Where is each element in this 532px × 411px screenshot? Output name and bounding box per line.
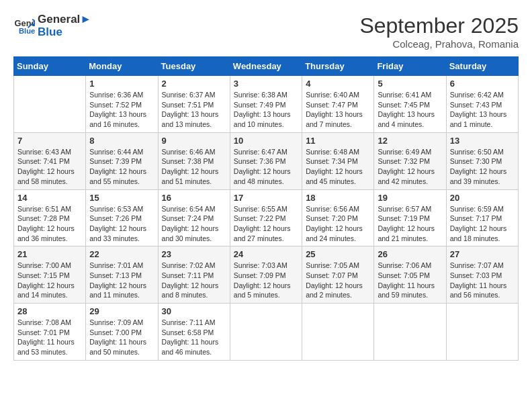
table-row: 25Sunrise: 7:05 AMSunset: 7:07 PMDayligh… xyxy=(302,246,374,304)
info-line: Sunrise: 6:40 AM xyxy=(306,91,359,99)
info-line: Sunset: 7:38 PM xyxy=(162,157,214,165)
info-line: Sunrise: 6:38 AM xyxy=(234,91,287,99)
table-row: 18Sunrise: 6:56 AMSunset: 7:20 PMDayligh… xyxy=(302,189,374,246)
location-subtitle: Colceag, Prahova, Romania xyxy=(359,38,519,50)
table-row: 2Sunrise: 6:37 AMSunset: 7:51 PMDaylight… xyxy=(158,76,230,133)
header-friday: Friday xyxy=(374,57,446,76)
day-number: 20 xyxy=(450,193,515,203)
info-line: Daylight: 12 hours xyxy=(162,224,219,232)
cell-info: Sunrise: 6:38 AMSunset: 7:49 PMDaylight:… xyxy=(234,90,298,130)
cell-info: Sunrise: 7:08 AMSunset: 7:01 PMDaylight:… xyxy=(17,318,82,357)
cell-info: Sunrise: 6:59 AMSunset: 7:17 PMDaylight:… xyxy=(450,204,515,244)
table-row: 23Sunrise: 7:02 AMSunset: 7:11 PMDayligh… xyxy=(158,246,230,304)
table-row: 12Sunrise: 6:49 AMSunset: 7:32 PMDayligh… xyxy=(374,132,446,189)
table-row: 22Sunrise: 7:01 AMSunset: 7:13 PMDayligh… xyxy=(86,246,158,304)
info-line: Daylight: 12 hours xyxy=(89,224,146,232)
info-line: Sunrise: 6:42 AM xyxy=(450,91,504,99)
info-line: Daylight: 12 hours xyxy=(234,281,291,289)
day-number: 27 xyxy=(450,249,515,259)
day-number: 25 xyxy=(306,249,370,259)
info-line: Sunset: 7:19 PM xyxy=(378,214,430,222)
info-line: Sunrise: 6:43 AM xyxy=(17,148,71,156)
info-line: Daylight: 12 hours xyxy=(378,224,435,232)
info-line: and 4 minutes. xyxy=(378,120,424,128)
info-line: and 5 minutes. xyxy=(234,291,280,299)
calendar-week-row: 14Sunrise: 6:51 AMSunset: 7:28 PMDayligh… xyxy=(14,189,519,246)
info-line: Sunrise: 6:36 AM xyxy=(89,91,143,99)
calendar-table: Sunday Monday Tuesday Wednesday Thursday… xyxy=(13,56,519,361)
info-line: Daylight: 13 hours xyxy=(378,110,435,118)
info-line: Daylight: 12 hours xyxy=(17,281,75,289)
day-number: 11 xyxy=(306,136,370,146)
cell-info: Sunrise: 6:41 AMSunset: 7:45 PMDaylight:… xyxy=(378,90,442,130)
info-line: and 45 minutes. xyxy=(306,177,356,185)
info-line: and 59 minutes. xyxy=(378,291,428,299)
info-line: Daylight: 13 hours xyxy=(306,110,363,118)
day-number: 15 xyxy=(89,193,154,203)
info-line: Sunrise: 6:47 AM xyxy=(234,148,287,156)
info-line: Daylight: 13 hours xyxy=(162,110,219,118)
cell-info: Sunrise: 7:06 AMSunset: 7:05 PMDaylight:… xyxy=(378,261,442,300)
cell-info: Sunrise: 6:40 AMSunset: 7:47 PMDaylight:… xyxy=(306,90,370,130)
info-line: Sunrise: 6:46 AM xyxy=(162,148,216,156)
cell-info: Sunrise: 6:54 AMSunset: 7:24 PMDaylight:… xyxy=(162,204,226,244)
info-line: Sunset: 7:39 PM xyxy=(89,157,142,165)
info-line: and 21 minutes. xyxy=(378,234,428,242)
info-line: Sunrise: 6:51 AM xyxy=(17,205,71,213)
cell-info: Sunrise: 6:53 AMSunset: 7:26 PMDaylight:… xyxy=(89,204,154,244)
info-line: Sunset: 7:09 PM xyxy=(234,271,286,279)
logo-general: General► xyxy=(38,13,91,26)
day-number: 26 xyxy=(378,249,442,259)
table-row: 5Sunrise: 6:41 AMSunset: 7:45 PMDaylight… xyxy=(374,76,446,133)
table-row xyxy=(374,304,446,361)
info-line: Sunset: 7:36 PM xyxy=(234,157,286,165)
header-tuesday: Tuesday xyxy=(158,57,230,76)
day-number: 4 xyxy=(306,79,370,89)
info-line: Sunset: 7:13 PM xyxy=(89,271,142,279)
info-line: Sunset: 7:05 PM xyxy=(378,271,430,279)
table-row: 17Sunrise: 6:55 AMSunset: 7:22 PMDayligh… xyxy=(230,189,302,246)
table-row: 9Sunrise: 6:46 AMSunset: 7:38 PMDaylight… xyxy=(158,132,230,189)
table-row: 29Sunrise: 7:09 AMSunset: 7:00 PMDayligh… xyxy=(86,304,158,361)
info-line: and 30 minutes. xyxy=(162,234,212,242)
table-row xyxy=(230,304,302,361)
table-row xyxy=(302,304,374,361)
table-row: 28Sunrise: 7:08 AMSunset: 7:01 PMDayligh… xyxy=(14,304,86,361)
cell-info: Sunrise: 7:02 AMSunset: 7:11 PMDaylight:… xyxy=(162,261,226,300)
page-header: General Blue General► Blue September 202… xyxy=(13,13,519,50)
table-row: 8Sunrise: 6:44 AMSunset: 7:39 PMDaylight… xyxy=(86,132,158,189)
info-line: Daylight: 12 hours xyxy=(89,167,146,175)
info-line: Daylight: 12 hours xyxy=(306,167,363,175)
info-line: Sunset: 7:49 PM xyxy=(234,101,286,109)
day-number: 2 xyxy=(162,79,226,89)
info-line: Sunset: 7:52 PM xyxy=(89,101,142,109)
info-line: and 53 minutes. xyxy=(17,348,68,356)
header-thursday: Thursday xyxy=(302,57,374,76)
cell-info: Sunrise: 7:05 AMSunset: 7:07 PMDaylight:… xyxy=(306,261,370,300)
info-line: Daylight: 12 hours xyxy=(450,224,507,232)
day-number: 16 xyxy=(162,193,226,203)
cell-info: Sunrise: 7:00 AMSunset: 7:15 PMDaylight:… xyxy=(17,261,82,300)
day-number: 8 xyxy=(89,136,154,146)
info-line: and 10 minutes. xyxy=(234,120,284,128)
info-line: and 24 minutes. xyxy=(306,234,356,242)
info-line: and 55 minutes. xyxy=(89,177,140,185)
info-line: Sunrise: 6:54 AM xyxy=(162,205,216,213)
info-line: and 11 minutes. xyxy=(89,291,140,299)
info-line: Sunset: 7:00 PM xyxy=(89,328,142,336)
info-line: Daylight: 11 hours xyxy=(378,281,435,289)
info-line: Sunset: 7:41 PM xyxy=(17,157,70,165)
info-line: Daylight: 13 hours xyxy=(89,110,146,118)
info-line: Sunset: 7:28 PM xyxy=(17,214,70,222)
day-number: 6 xyxy=(450,79,515,89)
info-line: and 58 minutes. xyxy=(17,177,68,185)
day-number: 24 xyxy=(234,249,298,259)
info-line: and 48 minutes. xyxy=(234,177,284,185)
cell-info: Sunrise: 6:44 AMSunset: 7:39 PMDaylight:… xyxy=(89,147,154,187)
info-line: and 51 minutes. xyxy=(162,177,212,185)
info-line: Sunrise: 7:03 AM xyxy=(234,261,287,269)
cell-info: Sunrise: 6:48 AMSunset: 7:34 PMDaylight:… xyxy=(306,147,370,187)
info-line: Sunset: 7:43 PM xyxy=(450,101,502,109)
info-line: Sunset: 7:22 PM xyxy=(234,214,286,222)
header-wednesday: Wednesday xyxy=(230,57,302,76)
